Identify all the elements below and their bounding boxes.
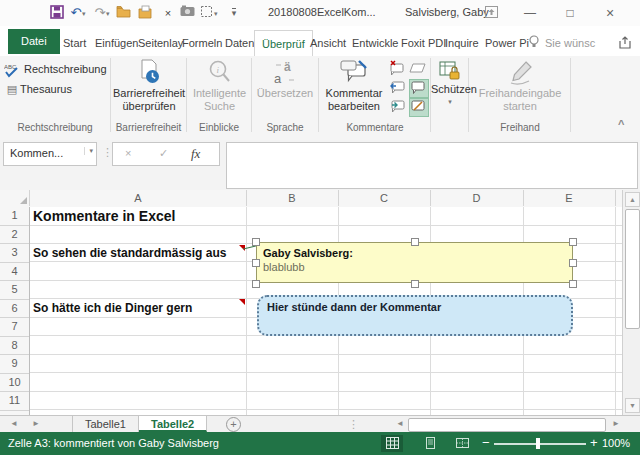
accessibility-icon <box>113 59 185 87</box>
new-file-icon[interactable] <box>138 5 154 21</box>
page-break-view-icon[interactable] <box>451 435 473 452</box>
vertical-scrollbar[interactable]: ▲ ▼ <box>622 190 640 415</box>
camera-icon[interactable] <box>180 5 196 21</box>
edit-comment-button[interactable]: Kommentar bearbeiten <box>322 59 386 113</box>
sheet-tab-tabelle2[interactable]: Tabelle2 <box>139 416 207 432</box>
selection-handle[interactable] <box>411 280 419 288</box>
zoom-slider-track[interactable] <box>494 443 586 445</box>
row-header[interactable]: 9 <box>0 355 29 374</box>
show-all-comments-icon[interactable] <box>409 98 429 117</box>
ribbon-display-options-icon[interactable] <box>484 5 500 21</box>
undo-dropdown-icon[interactable]: ▾ <box>82 10 86 18</box>
cell-a3[interactable]: So sehen die standardmässig aus <box>33 246 226 260</box>
row-header[interactable]: 6 <box>0 300 29 319</box>
zoom-slider-thumb[interactable] <box>536 438 540 449</box>
scroll-left-icon[interactable]: ◄ <box>396 419 404 428</box>
customize-toolbar-icon[interactable]: ▾ <box>226 5 242 21</box>
selection-handle[interactable] <box>411 238 419 246</box>
row-header[interactable]: 1 <box>0 207 29 226</box>
zoom-level[interactable]: 100% <box>602 437 630 449</box>
horizontal-scroll-thumb[interactable] <box>408 418 606 432</box>
edit-comment-label: Kommentar bearbeiten <box>322 87 386 113</box>
accessibility-label: Barrierefreiheit überprüfen <box>113 87 185 113</box>
accessibility-check-button[interactable]: Barrierefreiheit überprüfen <box>113 59 185 113</box>
row-header[interactable]: 2 <box>0 226 29 245</box>
row-header[interactable]: 5 <box>0 281 29 300</box>
previous-comment-icon[interactable] <box>388 79 406 96</box>
select-all-triangle <box>20 197 27 204</box>
enter-icon[interactable]: ✓ <box>159 147 168 160</box>
comments-group-label: Kommentare <box>320 122 430 133</box>
row-header[interactable]: 11 <box>0 392 29 411</box>
tab-splitter-handle[interactable]: ⋮ <box>348 418 359 431</box>
scroll-down-icon[interactable]: ▼ <box>625 398 640 413</box>
note-icon[interactable] <box>409 60 427 77</box>
name-box-dropdown-icon[interactable]: ▾ <box>84 147 93 155</box>
column-header-c[interactable]: C <box>338 190 431 206</box>
name-box[interactable]: Kommen... ▾ <box>3 142 97 166</box>
smart-lookup-label: Intelligente Suche <box>189 87 250 113</box>
status-message: Zelle A3: kommentiert von Gaby Salvisber… <box>8 437 219 449</box>
redo-dropdown-icon[interactable]: ▾ <box>106 10 110 18</box>
scroll-up-icon[interactable]: ▲ <box>625 192 640 207</box>
add-sheet-button[interactable]: + <box>226 417 241 432</box>
selection-handle[interactable] <box>252 238 260 246</box>
collapse-ribbon-icon[interactable]: ^ <box>618 118 624 130</box>
close-button[interactable]: × <box>595 2 625 24</box>
protect-button[interactable]: Schützen ▾ <box>431 59 469 106</box>
next-comment-icon[interactable] <box>388 98 406 115</box>
delete-comment-icon[interactable] <box>388 60 406 77</box>
thesaurus-button[interactable]: ▤Thesaurus <box>4 80 72 98</box>
selection-handle[interactable] <box>252 259 260 267</box>
row-header[interactable]: 4 <box>0 263 29 282</box>
spelling-button[interactable]: ABC Rechtschreibung <box>4 60 107 78</box>
save-icon[interactable] <box>50 5 66 21</box>
cell-a1[interactable]: Kommentare in Excel <box>33 208 175 224</box>
tab-datei[interactable]: Datei <box>8 29 60 54</box>
normal-view-icon[interactable] <box>381 435 403 452</box>
spelling-group-label: Rechtschreibung <box>0 122 110 133</box>
scroll-right-icon[interactable]: ► <box>612 419 620 428</box>
column-header-a[interactable]: A <box>30 190 247 206</box>
comment-box-yellow[interactable]: Gaby Salvisberg: blablubb <box>256 242 573 283</box>
column-header-b[interactable]: B <box>246 190 339 206</box>
page-layout-view-icon[interactable] <box>419 435 441 452</box>
row-header[interactable]: 8 <box>0 337 29 356</box>
formula-input[interactable] <box>226 142 638 189</box>
show-hide-comment-icon[interactable] <box>409 79 429 98</box>
insert-function-icon[interactable]: fx <box>191 146 200 162</box>
selection-handle[interactable] <box>252 280 260 288</box>
column-header-d[interactable]: D <box>430 190 524 206</box>
spelling-label: Rechtschreibung <box>24 63 107 75</box>
minimize-button[interactable]: — <box>515 2 545 24</box>
comment-text: blablubb <box>263 261 566 273</box>
selection-handle[interactable] <box>569 280 577 288</box>
zoom-out-button[interactable]: − <box>482 435 490 450</box>
sheet-tab-tabelle1[interactable]: Tabelle1 <box>72 416 139 432</box>
row-header[interactable]: 3 <box>0 244 29 263</box>
cancel-icon[interactable]: × <box>125 147 131 159</box>
open-folder-icon[interactable] <box>116 5 132 21</box>
smart-lookup-button[interactable]: i Intelligente Suche <box>189 59 250 113</box>
vertical-scroll-thumb[interactable] <box>625 209 640 329</box>
zoom-in-button[interactable]: + <box>590 435 598 450</box>
translate-button[interactable]: äa Übersetzen <box>254 59 316 100</box>
comment-box-blue[interactable]: Hier stünde dann der Kommentar <box>257 295 573 336</box>
share-icon[interactable] <box>618 36 632 49</box>
sheet-prev-icon[interactable]: ◄ <box>10 419 18 428</box>
row-header[interactable]: 7 <box>0 318 29 337</box>
cell-a6[interactable]: So hätte ich die Dinger gern <box>33 301 192 315</box>
selection-handle[interactable] <box>569 238 577 246</box>
border-draw-dropdown-icon[interactable]: ▾ <box>214 10 218 18</box>
excel-window: ↶ ▾ ↷ ▾ × ▾ ▾ 20180808ExcelKom... Salvis… <box>0 0 640 455</box>
column-header-e[interactable]: E <box>523 190 616 206</box>
close-x-icon[interactable]: × <box>160 5 176 21</box>
row-header[interactable]: 10 <box>0 374 29 393</box>
selection-handle[interactable] <box>569 259 577 267</box>
maximize-button[interactable]: □ <box>555 2 585 24</box>
tellme-box[interactable]: Sie wünsc <box>538 30 602 57</box>
group-separator <box>570 58 571 132</box>
ink-button[interactable]: Freihandeingabe starten <box>472 59 568 113</box>
select-all-button[interactable] <box>0 190 30 206</box>
sheet-next-icon[interactable]: ► <box>32 419 40 428</box>
